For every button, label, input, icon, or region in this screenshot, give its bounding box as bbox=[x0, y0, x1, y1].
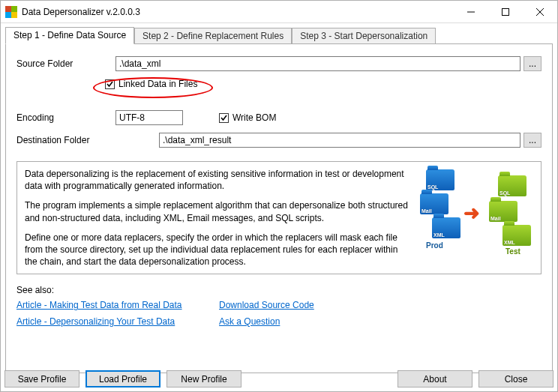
linked-data-checkbox[interactable]: Linked Data in Files bbox=[105, 79, 197, 89]
see-also-label: See also: bbox=[16, 285, 542, 295]
links-section: See also: Article - Making Test Data fro… bbox=[16, 285, 542, 327]
description-panel: Data depersonalizing is the replacement … bbox=[16, 161, 542, 274]
tab-page-step1: Source Folder ... Linked Data in Files E… bbox=[5, 43, 553, 373]
source-folder-input[interactable] bbox=[116, 56, 520, 71]
link-article-2[interactable]: Article - Depersonalizing Your Test Data bbox=[16, 316, 219, 327]
desc-p2: The program implements a simple replacem… bbox=[25, 199, 408, 223]
load-profile-button[interactable]: Load Profile bbox=[86, 370, 160, 388]
diagram-image: SQL Mail XML ➜ SQL Mail XML Prod Test bbox=[417, 168, 533, 258]
maximize-button[interactable] bbox=[488, 1, 523, 22]
arrow-icon: ➜ bbox=[464, 202, 480, 225]
svg-rect-1 bbox=[502, 8, 509, 15]
linked-data-label: Linked Data in Files bbox=[118, 79, 197, 89]
tab-step3[interactable]: Step 3 - Start Depersonalization bbox=[292, 28, 436, 45]
desc-p3: Define one or more data replacers, speci… bbox=[25, 232, 408, 268]
app-icon bbox=[5, 6, 17, 18]
link-ask-question[interactable]: Ask a Question bbox=[219, 316, 314, 327]
write-bom-checkbox[interactable]: Write BOM bbox=[219, 112, 276, 123]
destination-folder-label: Destination Folder bbox=[16, 135, 159, 145]
minimize-button[interactable] bbox=[454, 1, 488, 22]
browse-source-button[interactable]: ... bbox=[524, 56, 542, 71]
title-bar: Data Depersonalizer v.2.0.0.3 bbox=[1, 1, 557, 23]
encoding-input[interactable] bbox=[116, 110, 183, 125]
browse-destination-button[interactable]: ... bbox=[524, 133, 542, 148]
link-article-1[interactable]: Article - Making Test Data from Real Dat… bbox=[16, 300, 219, 310]
tab-step2[interactable]: Step 2 - Define Replacement Rules bbox=[134, 28, 292, 45]
close-button[interactable]: Close bbox=[478, 370, 554, 388]
save-profile-button[interactable]: Save Profile bbox=[4, 370, 80, 388]
window-title: Data Depersonalizer v.2.0.0.3 bbox=[22, 7, 454, 17]
encoding-label: Encoding bbox=[16, 112, 116, 123]
new-profile-button[interactable]: New Profile bbox=[166, 370, 242, 388]
tab-strip: Step 1 - Define Data Source Step 2 - Def… bbox=[5, 27, 553, 44]
button-bar: Save Profile Load Profile New Profile Ab… bbox=[4, 370, 554, 388]
write-bom-label: Write BOM bbox=[232, 112, 276, 123]
source-folder-label: Source Folder bbox=[16, 58, 116, 69]
close-window-button[interactable] bbox=[523, 1, 557, 22]
tab-step1[interactable]: Step 1 - Define Data Source bbox=[5, 27, 134, 44]
about-button[interactable]: About bbox=[398, 370, 472, 388]
desc-p1: Data depersonalizing is the replacement … bbox=[25, 168, 408, 192]
link-download-source[interactable]: Download Source Code bbox=[219, 300, 314, 310]
destination-folder-input[interactable] bbox=[159, 133, 520, 148]
